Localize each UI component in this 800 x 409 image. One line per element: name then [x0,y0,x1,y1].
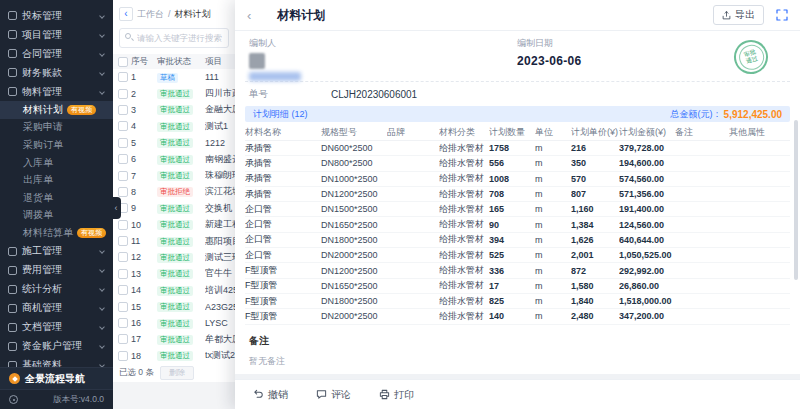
sidebar-item-投标管理[interactable]: 投标管理 [0,6,113,25]
material-row[interactable]: 承插管DN1000*2500给排水管材1008m570574,560.00 [245,172,790,187]
row-checkbox[interactable] [118,252,128,262]
table-row[interactable]: 7审批通过珠穆朗玛峰 [113,167,235,183]
sidebar-item-退货单[interactable]: 退货单 [0,189,113,207]
material-row[interactable]: F型顶管DN1650*2500给排水管材17m1,58026,860.00 [245,279,790,294]
row-checkbox[interactable] [118,285,128,295]
total-value: 5,912,425.00 [724,109,782,120]
table-row[interactable]: 11审批通过惠阳项目 [113,233,235,249]
col-status: 审批状态 [157,56,205,68]
row-checkbox[interactable] [118,72,128,82]
table-row[interactable]: 18审批通过tx测试2 [113,348,235,364]
material-cell: DN2000*2500 [321,311,387,321]
table-row[interactable]: 4审批通过测试1 [113,118,235,134]
table-row[interactable]: 1草稿111 [113,69,235,85]
row-checkbox[interactable] [118,121,128,131]
status-badge: 审批通过 [157,105,193,115]
material-row[interactable]: 企口管DN1500*2500给排水管材165m1,160191,400.00 [245,202,790,217]
undo-button[interactable]: 撤销 [253,388,288,402]
material-cell: 企口管 [245,218,321,231]
comment-button[interactable]: 评论 [316,388,351,402]
sidebar-item-合同管理[interactable]: 合同管理 [0,44,113,63]
back-button[interactable]: ‹ [119,7,133,21]
table-row[interactable]: 2审批通过四川市政项 [113,85,235,101]
sidebar-item-商机管理[interactable]: 商机管理 [0,299,113,318]
row-checkbox[interactable] [118,105,128,115]
material-cell: DN2000*2500 [321,250,387,260]
row-checkbox[interactable] [118,138,128,148]
sidebar-item-财务账款[interactable]: 财务账款 [0,63,113,82]
sidebar-item-采购申请[interactable]: 采购申请 [0,119,113,137]
status-badge: 审批通过 [157,138,193,148]
table-row[interactable]: 8审批拒绝滨江花城10 [113,184,235,200]
material-row[interactable]: F型顶管DN2000*2500给排水管材140m2,480347,200.00 [245,309,790,324]
export-button[interactable]: 导出 [713,5,764,25]
table-row[interactable]: 10审批通过新建工程-刘 [113,217,235,233]
table-row[interactable]: 17审批通过牟都大厦 [113,331,235,347]
material-row[interactable]: F型顶管DN1800*2500给排水管材825m1,8401,518,000.0… [245,294,790,309]
search-input[interactable] [119,28,229,48]
table-row[interactable]: 16审批通过LYSC [113,315,235,331]
table-row[interactable]: 3审批通过金融大厦采 [113,102,235,118]
sidebar-item-采购订单[interactable]: 采购订单 [0,136,113,154]
delete-button[interactable]: 删除 [160,366,194,380]
sidebar-item-label: 文档管理 [22,320,62,334]
scrollbar[interactable] [794,120,798,280]
sidebar-item-材料计划[interactable]: 材料计划有视频 [0,101,113,119]
material-col-header: 单位 [535,126,571,139]
material-row[interactable]: 企口管DN1800*2500给排水管材394m1,626640,644.00 [245,233,790,248]
table-row[interactable]: 9审批通过交换机 [113,200,235,216]
sidebar-bottom-bar: 版本号:v4.0.0 [0,389,113,409]
row-checkbox[interactable] [118,236,128,246]
material-cell: 140 [489,311,535,321]
row-no: 6 [131,154,157,164]
material-cell: 给排水管材 [439,203,489,216]
row-checkbox[interactable] [118,89,128,99]
gear-icon[interactable] [9,395,18,404]
sidebar-item-施工管理[interactable]: 施工管理 [0,242,113,261]
sidebar-item-项目管理[interactable]: 项目管理 [0,25,113,44]
sidebar-collapse-handle[interactable]: ‹ [111,197,121,219]
material-row[interactable]: F型顶管DN1200*2500给排水管材336m872292,992.00 [245,263,790,278]
fullscreen-icon[interactable] [776,9,788,21]
table-row[interactable]: 14审批通过培训425 [113,282,235,298]
sidebar-item-资金账户管理[interactable]: 资金账户管理 [0,337,113,356]
material-cell: 给排水管材 [439,142,489,155]
material-cell: 给排水管材 [439,172,489,185]
row-no: 14 [131,285,157,295]
print-button[interactable]: 打印 [379,388,414,402]
row-checkbox[interactable] [118,318,128,328]
row-checkbox[interactable] [118,351,128,361]
select-all-checkbox[interactable] [118,57,128,67]
row-checkbox[interactable] [118,269,128,279]
status-badge: 审批通过 [157,204,193,214]
material-row[interactable]: 承插管DN800*2500给排水管材556m350194,600.00 [245,156,790,171]
row-checkbox[interactable] [118,171,128,181]
table-row[interactable]: 13审批通过官牛牛 [113,266,235,282]
material-row[interactable]: 企口管DN1650*2500给排水管材90m1,384124,560.00 [245,217,790,232]
row-checkbox[interactable] [118,220,128,230]
sidebar-item-材料结算单[interactable]: 材料结算单有视频 [0,224,113,242]
list-table-body: 1草稿1112审批通过四川市政项3审批通过金融大厦采4审批通过测试15审批通过1… [113,69,235,364]
sidebar-item-物料管理[interactable]: 物料管理 [0,82,113,101]
sidebar-item-统计分析[interactable]: 统计分析 [0,280,113,299]
table-row[interactable]: 6审批通过南钢盛达大 [113,151,235,167]
breadcrumb-root[interactable]: 工作台 [137,8,164,21]
material-row[interactable]: 承插管DN1200*2500给排水管材708m807571,356.00 [245,187,790,202]
sidebar-item-调拨单[interactable]: 调拨单 [0,207,113,225]
table-row[interactable]: 5审批通过1212 [113,135,235,151]
sidebar-item-费用管理[interactable]: 费用管理 [0,261,113,280]
status-badge: 审批通过 [157,286,193,296]
sidebar-item-process-navigation[interactable]: 全景流程导航 [0,367,113,389]
drawer-back-icon[interactable]: ‹ [247,8,251,23]
sidebar-item-文档管理[interactable]: 文档管理 [0,318,113,337]
row-checkbox[interactable] [118,154,128,164]
material-row[interactable]: 企口管DN2000*2500给排水管材525m2,0011,050,525.00 [245,248,790,263]
table-row[interactable]: 15审批通过A23G2511 [113,298,235,314]
table-row[interactable]: 12审批通过测试三环路 [113,249,235,265]
row-checkbox[interactable] [118,334,128,344]
material-row[interactable]: 承插管DN600*2500给排水管材1758m216379,728.00 [245,141,790,156]
row-checkbox[interactable] [118,302,128,312]
row-checkbox[interactable] [118,187,128,197]
sidebar-item-入库单[interactable]: 入库单 [0,154,113,172]
sidebar-item-出库单[interactable]: 出库单 [0,171,113,189]
